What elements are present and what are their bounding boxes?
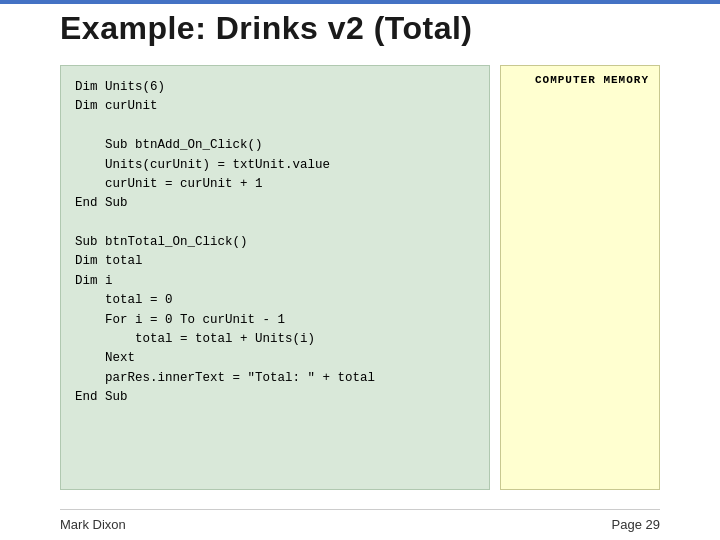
memory-panel: COMPUTER MEMORY	[500, 65, 660, 490]
code-text: Dim Units(6) Dim curUnit Sub btnAdd_On_C…	[75, 78, 475, 407]
bottom-separator	[60, 509, 660, 510]
footer-author: Mark Dixon	[60, 517, 126, 532]
page-container: Example: Drinks v2 (Total) Dim Units(6) …	[0, 0, 720, 540]
main-content: Dim Units(6) Dim curUnit Sub btnAdd_On_C…	[60, 65, 660, 490]
code-panel: Dim Units(6) Dim curUnit Sub btnAdd_On_C…	[60, 65, 490, 490]
footer-page: Page 29	[612, 517, 660, 532]
footer: Mark Dixon Page 29	[60, 517, 660, 532]
memory-label: COMPUTER MEMORY	[511, 74, 649, 86]
page-title: Example: Drinks v2 (Total)	[60, 10, 660, 47]
top-border-line	[0, 0, 720, 4]
title-area: Example: Drinks v2 (Total)	[60, 10, 660, 47]
